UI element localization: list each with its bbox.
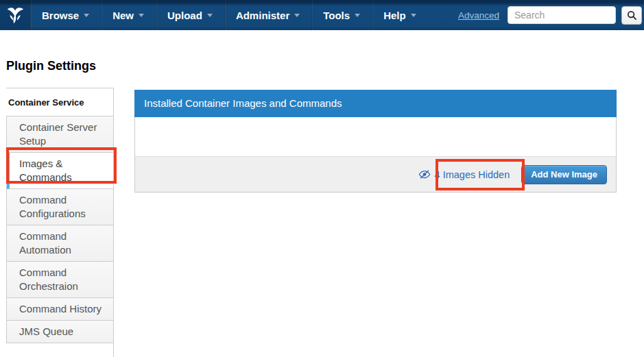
sidebar-item-jms-queue[interactable]: JMS Queue (7, 321, 113, 343)
nav-item-label: New (112, 10, 134, 21)
nav-item-browse[interactable]: Browse (30, 0, 101, 30)
top-navbar: Browse New Upload Administer Tools Help (0, 0, 644, 30)
nav-item-label: Browse (42, 10, 79, 21)
sidebar-item-container-server-setup[interactable]: Container Server Setup (7, 116, 113, 153)
add-new-image-button[interactable]: Add New Image (521, 165, 607, 184)
nav-item-new[interactable]: New (101, 0, 156, 30)
nav-item-administer[interactable]: Administer (224, 0, 311, 30)
images-hidden-link[interactable]: 4 Images Hidden (418, 169, 510, 180)
chevron-down-icon (355, 14, 360, 17)
bird-logo-icon (5, 5, 25, 25)
sidebar-item-label: Command Orchestraion (19, 267, 78, 292)
chevron-down-icon (207, 14, 213, 17)
sidebar-item-label: Images & Commands (19, 158, 72, 183)
images-hidden-label: 4 Images Hidden (435, 169, 510, 180)
nav-item-help[interactable]: Help (372, 0, 428, 30)
chevron-down-icon (139, 14, 144, 17)
navbar-search-area: Advanced (458, 0, 644, 30)
eye-slash-icon (418, 169, 431, 180)
sidebar-header: Container Service (6, 88, 113, 116)
sidebar-item-command-automation[interactable]: Command Automation (7, 225, 113, 262)
panel-body-empty (134, 117, 617, 156)
panel-header: Installed Container Images and Commands (134, 90, 617, 117)
chevron-down-icon (294, 14, 300, 17)
nav-item-label: Upload (167, 10, 202, 21)
nav-item-label: Help (383, 10, 406, 21)
sidebar-container-service: Container Service Container Server Setup… (6, 88, 114, 357)
sidebar-item-label: JMS Queue (19, 325, 73, 337)
advanced-search-link[interactable]: Advanced (458, 10, 499, 21)
nav-item-tools[interactable]: Tools (311, 0, 372, 30)
app-logo[interactable] (0, 0, 30, 30)
sidebar-item-command-orchestraion[interactable]: Command Orchestraion (7, 262, 113, 298)
nav-item-label: Administer (236, 10, 289, 21)
installed-images-panel: Installed Container Images and Commands … (134, 90, 617, 193)
chevron-down-icon (84, 14, 89, 17)
sidebar-item-command-configurations[interactable]: Command Configurations (7, 189, 113, 225)
sidebar-item-label: Container Server Setup (19, 121, 97, 147)
sidebar-nav-list: Container Server Setup Images & Commands… (6, 116, 113, 343)
sidebar-item-label: Command Automation (19, 230, 71, 256)
sidebar-item-images-commands[interactable]: Images & Commands (7, 153, 113, 189)
magnifier-icon (627, 10, 637, 21)
search-button[interactable] (621, 6, 642, 25)
plugin-settings-page: Browse New Upload Administer Tools Help (0, 0, 644, 357)
nav-item-upload[interactable]: Upload (156, 0, 224, 30)
search-input[interactable] (508, 6, 616, 24)
sidebar-item-command-history[interactable]: Command History (7, 298, 113, 321)
nav-item-label: Tools (323, 10, 350, 21)
nav-menu: Browse New Upload Administer Tools Help (30, 0, 428, 30)
chevron-down-icon (411, 14, 416, 17)
page-title: Plugin Settings (6, 59, 96, 73)
sidebar-item-label: Command History (19, 303, 102, 315)
panel-footer: 4 Images Hidden Add New Image (134, 156, 617, 193)
sidebar-item-label: Command Configurations (19, 194, 86, 219)
